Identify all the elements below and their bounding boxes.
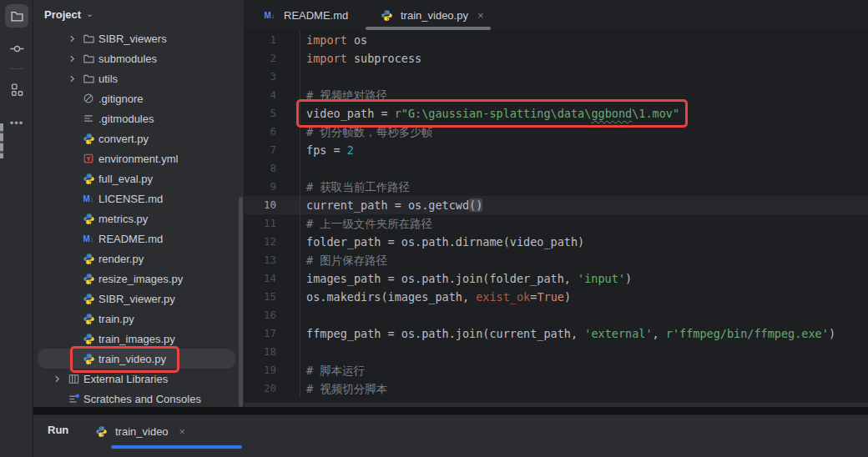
tree-item-label: submodules (98, 53, 157, 65)
line-number: 5 (245, 104, 300, 123)
line-number: 18 (245, 343, 300, 361)
chevron-spacer (63, 352, 80, 365)
line-number: 11 (245, 214, 300, 233)
tree-item-resize-images-py[interactable]: resize_images.py (33, 269, 244, 289)
code-line-4[interactable]: 4# 视频绝对路径 (245, 86, 868, 104)
line-number: 6 (245, 123, 300, 141)
tree-item-submodules[interactable]: submodules (33, 48, 244, 68)
commit-tool-button[interactable] (5, 37, 28, 60)
code-line-5[interactable]: 5video_path = r"G:\gaussian-splatting\da… (245, 104, 868, 123)
tree-item-readme-md[interactable]: M↓README.md (33, 228, 244, 249)
line-number: 2 (245, 49, 300, 68)
code-line-8[interactable]: 8 (245, 159, 868, 178)
project-panel-title: Project (44, 8, 81, 21)
tree-item-utils[interactable]: utils (33, 68, 244, 88)
code-line-17[interactable]: 17ffmpeg_path = os.path.join(current_pat… (245, 324, 868, 343)
tree-item-sibr-viewer-py[interactable]: SIBR_viewer.py (33, 289, 244, 309)
code-line-13[interactable]: 13# 图片保存路径 (245, 251, 868, 269)
tree-item-train-py[interactable]: train.py (33, 309, 244, 329)
code-line-20[interactable]: 20# 视频切分脚本 (245, 379, 868, 398)
code-line-2[interactable]: 2import subprocess (245, 49, 868, 68)
tree-item--gitmodules[interactable]: .gitmodules (33, 108, 244, 128)
tree-item-render-py[interactable]: render.py (33, 249, 244, 269)
chevron-spacer (63, 332, 80, 345)
code-line-1[interactable]: 1import os (245, 31, 868, 49)
run-tab-train-video[interactable]: train_video × (86, 417, 192, 445)
tree-item-train-video-py[interactable]: train_video.py (33, 349, 244, 369)
line-number: 17 (245, 324, 300, 343)
run-tab-label: train_video (115, 425, 169, 438)
python-icon (80, 292, 97, 305)
line-number: 14 (245, 269, 300, 288)
tree-item-convert-py[interactable]: convert.py (33, 128, 244, 148)
chevron-spacer (63, 312, 80, 325)
tree-item-external-libraries[interactable]: External Libraries (33, 369, 244, 389)
code-text: # 视频切分脚本 (300, 379, 387, 398)
close-icon[interactable]: × (179, 425, 186, 438)
code-text (300, 306, 306, 324)
code-line-6[interactable]: 6# 切分帧数，每秒多少帧 (245, 123, 868, 141)
tree-item-train-images-py[interactable]: train_images.py (33, 329, 244, 349)
markdown-icon: M↓ (80, 192, 97, 205)
chevron-right-icon[interactable] (63, 72, 80, 85)
python-icon (80, 272, 97, 285)
project-scrollbar[interactable] (239, 197, 243, 407)
python-icon (80, 172, 97, 185)
line-number: 4 (245, 86, 300, 104)
editor[interactable]: M↓README.mdtrain_video.py× 1import os2im… (245, 0, 868, 403)
tree-item-metrics-py[interactable]: metrics.py (33, 208, 244, 228)
tree-item-label: LICENSE.md (98, 193, 163, 205)
project-panel: Project ⌄ SIBR_viewerssubmodulesutils.gi… (33, 0, 245, 409)
code-line-15[interactable]: 15os.makedirs(images_path, exist_ok=True… (245, 288, 868, 306)
chevron-right-icon[interactable] (63, 52, 80, 65)
code-line-3[interactable]: 3 (245, 68, 868, 86)
structure-tool-button[interactable] (5, 78, 28, 101)
project-tree: SIBR_viewerssubmodulesutils.gitignore.gi… (33, 28, 244, 409)
tree-item--gitignore[interactable]: .gitignore (33, 88, 244, 108)
project-tool-button[interactable] (5, 4, 28, 28)
code-line-9[interactable]: 9# 获取当前工作路径 (245, 178, 868, 196)
code-line-10[interactable]: 10current_path = os.getcwd() (245, 196, 868, 214)
line-number: 12 (245, 233, 300, 251)
tree-item-full-eval-py[interactable]: full_eval.py (33, 168, 244, 188)
close-icon[interactable]: × (477, 9, 484, 22)
project-panel-header[interactable]: Project ⌄ (33, 0, 244, 28)
tree-item-environment-yml[interactable]: Yenvironment.yml (33, 148, 244, 168)
code-line-19[interactable]: 19# 脚本运行 (245, 361, 868, 379)
gitmodules-icon (80, 112, 97, 125)
editor-tab-readme-md[interactable]: M↓README.md (253, 0, 356, 30)
python-icon (80, 132, 97, 145)
activity-divider (9, 68, 24, 69)
tree-item-license-md[interactable]: M↓LICENSE.md (33, 188, 244, 208)
more-tool-windows-button[interactable]: ••• (0, 117, 33, 129)
ide-window: ••• Project ⌄ SIBR_viewerssubmodulesutil… (0, 0, 868, 457)
tree-item-label: environment.yml (98, 153, 178, 165)
yaml-icon: Y (80, 152, 97, 165)
code-line-14[interactable]: 14images_path = os.path.join(folder_path… (245, 269, 868, 288)
chevron-spacer (63, 172, 80, 185)
chevron-spacer (63, 252, 80, 265)
chevron-right-icon[interactable] (63, 32, 80, 45)
chevron-right-icon[interactable] (48, 372, 65, 385)
tree-item-scratches-and-consoles[interactable]: Scratches and Consoles (33, 389, 244, 409)
python-icon (378, 8, 395, 22)
line-number: 13 (245, 251, 300, 269)
code-text: current_path = os.getcwd() (300, 196, 482, 214)
editor-tab-train-video-py[interactable]: train_video.py× (370, 0, 492, 30)
tree-item-label: .gitignore (98, 93, 143, 105)
tree-item-label: utils (98, 73, 118, 85)
code-line-18[interactable]: 18 (245, 343, 868, 361)
tree-item-sibr-viewers[interactable]: SIBR_viewers (33, 28, 244, 48)
tree-item-label: External Libraries (83, 373, 168, 385)
code-area[interactable]: 1import os2import subprocess34# 视频绝对路径5v… (245, 31, 868, 398)
code-text: os.makedirs(images_path, exist_ok=True) (300, 288, 571, 306)
python-icon (80, 252, 97, 265)
line-number: 1 (245, 31, 300, 49)
code-line-7[interactable]: 7fps = 2 (245, 141, 868, 159)
code-line-12[interactable]: 12folder_path = os.path.dirname(video_pa… (245, 233, 868, 251)
line-number: 15 (245, 288, 300, 306)
code-line-11[interactable]: 11# 上一级文件夹所在路径 (245, 214, 868, 233)
code-line-16[interactable]: 16 (245, 306, 868, 324)
tree-item-label: .gitmodules (98, 113, 154, 125)
chevron-spacer (63, 232, 80, 245)
